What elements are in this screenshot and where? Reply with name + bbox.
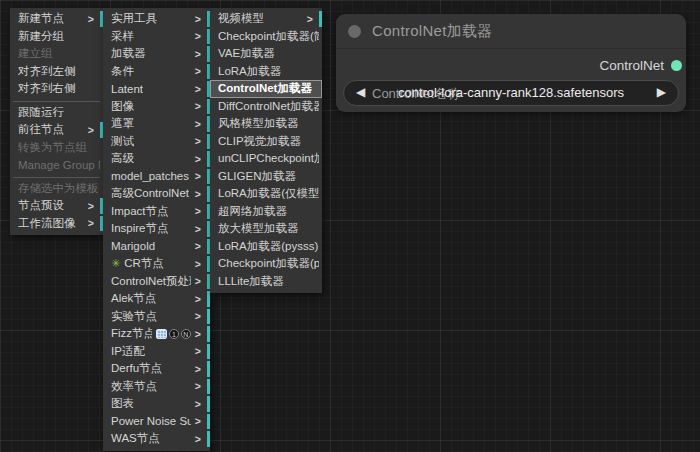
menu-item[interactable]: 对齐到右侧 xyxy=(10,80,103,98)
menu-item[interactable]: 高级ControlNet> xyxy=(103,185,210,203)
menu-item-label: Alek节点 xyxy=(111,291,156,306)
submenu-arrow-icon: > xyxy=(191,83,207,95)
menu-item-label: 遮罩 xyxy=(111,116,134,131)
menu-item[interactable]: 高级> xyxy=(103,150,210,168)
menu-item[interactable]: Derfu节点> xyxy=(103,360,210,378)
menu-item[interactable]: LLLite加载器 xyxy=(210,273,322,291)
submenu-arrow-icon: > xyxy=(191,433,207,445)
menu-item[interactable]: 图像> xyxy=(103,98,210,116)
menu-item[interactable]: WAS节点> xyxy=(103,430,210,448)
menu-item[interactable]: 对齐到左侧 xyxy=(10,63,103,81)
output-row: ControlNet xyxy=(336,54,686,78)
menu-item[interactable]: 实验节点> xyxy=(103,308,210,326)
menu-item-label: model_patches xyxy=(111,170,189,182)
submenu-arrow-icon: > xyxy=(191,293,207,305)
submenu-arrow-icon: > xyxy=(191,223,207,235)
menu-item-label: 建立组 xyxy=(18,46,53,61)
submenu-arrow-icon: > xyxy=(84,124,100,136)
menu-item[interactable]: 视频模型> xyxy=(210,10,322,28)
menu-item[interactable]: 采样> xyxy=(103,28,210,46)
controlnet-loader-node[interactable]: ControlNet加载器 ControlNet ◀ ControlNet名称 … xyxy=(336,14,686,112)
submenu-arrow-icon: > xyxy=(191,398,207,410)
menu-item[interactable]: 前往节点> xyxy=(10,121,103,139)
menu-item[interactable]: 工作流图像> xyxy=(10,215,103,233)
menu-item-label: 实验节点 xyxy=(111,309,157,324)
submenu-arrow-icon: > xyxy=(191,118,207,130)
menu-item: 转换为节点组 xyxy=(10,139,103,157)
menu-item-label: 效率节点 xyxy=(111,379,157,394)
submenu-arrow-icon: > xyxy=(191,188,207,200)
menu-item-label: CR节点 xyxy=(124,256,164,271)
menu-item-label: 高级 xyxy=(111,151,134,166)
node-title-bar[interactable]: ControlNet加载器 xyxy=(336,14,686,49)
output-label: ControlNet xyxy=(599,58,664,73)
menu-item[interactable]: 节点预设> xyxy=(10,197,103,215)
menu-item[interactable]: GLIGEN加载器 xyxy=(210,168,322,186)
menu-item-label: ControlNet加载器 xyxy=(218,81,312,96)
menu-item[interactable]: CLIP视觉加载器 xyxy=(210,133,322,151)
submenu-arrow-icon: > xyxy=(84,13,100,25)
menu-item[interactable]: 遮罩> xyxy=(103,115,210,133)
menu-item-label: Marigold xyxy=(111,240,155,252)
menu-item[interactable]: ControlNet预处理器> xyxy=(103,273,210,291)
submenu-arrow-icon: > xyxy=(191,65,207,77)
menu-item-label: LLLite加载器 xyxy=(218,274,284,289)
menu-item[interactable]: ControlNet加载器 xyxy=(210,80,322,98)
menu-item[interactable]: model_patches> xyxy=(103,168,210,186)
menu-item-label: 存储选中为模板 xyxy=(18,181,99,196)
menu-item[interactable]: LoRA加载器 xyxy=(210,63,322,81)
menu-item-label: WAS节点 xyxy=(111,431,160,446)
menu-item-label: CLIP视觉加载器 xyxy=(218,134,301,149)
menu-item[interactable]: Impact节点> xyxy=(103,203,210,221)
menu-item[interactable]: 超网络加载器 xyxy=(210,203,322,221)
menu-item[interactable]: Marigold> xyxy=(103,238,210,256)
node-title: ControlNet加载器 xyxy=(372,22,493,41)
menu-item[interactable]: 新建分组 xyxy=(10,28,103,46)
menu-item-label: 图像 xyxy=(111,99,134,114)
submenu-arrow-icon: > xyxy=(191,30,207,42)
menu-item[interactable]: LoRA加载器(pysss) xyxy=(210,238,322,256)
menu-item: 存储选中为模板 xyxy=(10,180,103,198)
menu-item[interactable]: Fizz节点1N> xyxy=(103,325,210,343)
menu-item[interactable]: unCLIPCheckpoint加载器 xyxy=(210,150,322,168)
menu-item[interactable]: 效率节点> xyxy=(103,378,210,396)
controlnet-name-widget[interactable]: ◀ ControlNet名称 control-lora-canny-rank12… xyxy=(343,80,679,106)
menu-item[interactable]: Checkpoint加载器(pysss) xyxy=(210,255,322,273)
submenu-arrow-icon: > xyxy=(191,13,207,25)
menu-item[interactable]: LoRA加载器(仅模型) xyxy=(210,185,322,203)
menu-item-label: LoRA加载器(pysss) xyxy=(218,239,318,254)
menu-item[interactable]: 条件> xyxy=(103,63,210,81)
menu-item-label: 风格模型加载器 xyxy=(218,116,299,131)
menu-item[interactable]: IP适配> xyxy=(103,343,210,361)
menu-item: 建立组 xyxy=(10,45,103,63)
output-slot-icon[interactable] xyxy=(671,60,682,71)
menu-item[interactable]: Checkpoint加载器(简易) xyxy=(210,28,322,46)
menu-item[interactable]: 实用工具> xyxy=(103,10,210,28)
menu-item[interactable]: Alek节点> xyxy=(103,290,210,308)
menu-item[interactable]: Inspire节点> xyxy=(103,220,210,238)
submenu-arrow-icon: > xyxy=(191,153,207,165)
menu-item[interactable]: Latent> xyxy=(103,80,210,98)
menu-item[interactable]: 跟随运行 xyxy=(10,104,103,122)
submenu-arrow-icon: > xyxy=(191,240,207,252)
menu-item[interactable]: Power Noise Suite> xyxy=(103,413,210,431)
menu-item-label: 对齐到左侧 xyxy=(18,64,76,79)
menu-item-label: 前往节点 xyxy=(18,122,64,137)
menu-item-label: Checkpoint加载器(pysss) xyxy=(218,256,319,271)
comfyui-canvas[interactable]: { "colors": { "accent_teal": "#35c4bc", … xyxy=(0,0,700,452)
menu-item[interactable]: DiffControlNet加载器 xyxy=(210,98,322,116)
menu-item[interactable]: VAE加载器 xyxy=(210,45,322,63)
collapse-dot-icon[interactable] xyxy=(348,25,361,38)
menu-item-label: 新建分组 xyxy=(18,29,64,44)
menu-item[interactable]: 新建节点> xyxy=(10,10,103,28)
menu-item[interactable]: ✳CR节点> xyxy=(103,255,210,273)
menu-item-label: 跟随运行 xyxy=(18,105,64,120)
menu-item[interactable]: 放大模型加载器 xyxy=(210,220,322,238)
menu-item[interactable]: 风格模型加载器 xyxy=(210,115,322,133)
node-category-menu: 实用工具>采样>加载器>条件>Latent>图像>遮罩>测试>高级>model_… xyxy=(103,8,210,451)
next-arrow-icon[interactable]: ▶ xyxy=(657,85,666,99)
menu-item[interactable]: 加载器> xyxy=(103,45,210,63)
badge-1-icon: 1 xyxy=(169,329,179,339)
menu-item[interactable]: 测试> xyxy=(103,133,210,151)
menu-item[interactable]: 图表> xyxy=(103,395,210,413)
